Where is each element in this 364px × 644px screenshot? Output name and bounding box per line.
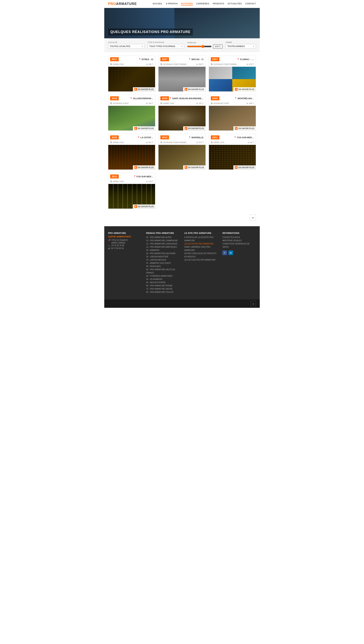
card-9-meta: 🏗 GÉNIE CIVIL ⚖ 91 T <box>209 141 256 145</box>
card-4-weight-icon: ⚖ <box>146 102 148 104</box>
footer-col2-item: 34 - LAROSA INDUSTRIE <box>146 255 180 258</box>
footer-facebook-icon[interactable]: f <box>222 250 227 255</box>
card-7-play-triangle <box>135 167 136 168</box>
card-6: 2015 📍 MONTMÉLIAN… 🏗 OUVRAGE D'ART ⚖ 430… <box>209 95 256 131</box>
card-6-tonnage-text: 430 T <box>249 102 254 104</box>
card-4-tonnage: ⚖ 184 T <box>146 102 153 104</box>
card-1-tonnage-text: 350 T <box>148 63 153 66</box>
tonnage-slider[interactable] <box>187 45 212 48</box>
ouvrage-select-wrap: TOUS TYPES D'OUVRAGE ▼ <box>148 44 184 48</box>
nav-carrieres[interactable]: CARRIÈRES <box>196 2 209 6</box>
card-6-more-btn[interactable]: EN SAVOIR PLUS <box>234 126 256 130</box>
card-2-header: 2017 📍 MÂCON - 71 <box>158 56 205 63</box>
card-3-more-btn[interactable]: EN SAVOIR PLUS <box>234 87 256 92</box>
annee-label: ANNÉE <box>226 41 256 43</box>
card-3-building-icon: 🏗 <box>211 63 213 66</box>
footer-col3-item[interactable]: FAIRE CARRIÈRE CHEZ PRO ARMATURE <box>184 246 218 252</box>
card-9-img-container: EN SAVOIR PLUS <box>209 145 256 170</box>
tonnage-range-group: 670 T <box>187 44 222 48</box>
nav-activites[interactable]: ACTIVITÉS <box>181 2 193 6</box>
card-2-type-text: OUVRAGE FONCTIONNEL <box>163 63 187 66</box>
card-6-type: 🏗 OUVRAGE D'ART <box>211 102 230 104</box>
card-6-location-text: MONTMÉLIAN… <box>238 97 254 100</box>
footer-col2-item: 49 - PROFILBOX <box>146 265 180 268</box>
card-2-weight-icon: ⚖ <box>196 63 198 66</box>
card-3-type: 🏗 OUVRAGE FONCTIONNEL <box>211 63 237 66</box>
card-7-meta: 🏗 GÉNIE CIVIL ⚖ 501 T <box>108 141 155 145</box>
card-1-img-container: EN SAVOIR PLUS <box>108 67 155 92</box>
card-5-play-icon <box>185 127 187 130</box>
card-9-type-text: GÉNIE CIVIL <box>214 142 225 144</box>
footer-col3-item[interactable]: LES ACTUALITÉS PRO ARMATURE <box>184 258 218 262</box>
card-7-type: 🏗 GÉNIE CIVIL <box>110 142 124 144</box>
card-4-play-icon <box>134 127 137 130</box>
card-8-img-container: EN SAVOIR PLUS <box>158 145 205 170</box>
card-8-year: 2013 <box>160 136 169 140</box>
footer-col4-item[interactable]: CONDITIONS GÉNÉRALES DE VENTE <box>222 242 256 248</box>
card-9-location: 📍 FOS-SUR-MER… <box>234 136 254 138</box>
footer: PRO ARMATURE CENTRE ADMINISTRATIF 📌 4 Ru… <box>104 226 260 300</box>
nav-actualites[interactable]: ACTUALITÉS <box>228 2 242 6</box>
card-3-pin-icon: 📍 <box>237 58 239 60</box>
footer-col3-items: A PROPOS DE LA SOCIÉTÉ PRO ARMATURELES A… <box>184 236 218 262</box>
logo[interactable]: PROARMATURE <box>108 2 137 6</box>
card-4-meta: 🏗 OUVRAGE D'ART ⚖ 184 T <box>108 102 155 106</box>
card-3-location: 📍 FLOIRAC - …. <box>237 58 254 60</box>
card-7-img-container: EN SAVOIR PLUS <box>108 145 155 170</box>
card-9-more-label: EN SAVOIR PLUS <box>238 166 254 168</box>
card-9-more-btn[interactable]: EN SAVOIR PLUS <box>234 165 256 170</box>
card-10-more-btn[interactable]: EN SAVOIR PLUS <box>133 204 155 208</box>
footer-col2-item: 64 - PYRÉNÉES ARMATURES <box>146 274 180 278</box>
card-4-pin-icon: 📍 <box>130 97 132 99</box>
localite-select[interactable]: TOUTES LOCALITÉS <box>108 44 144 48</box>
footer-col3-item[interactable]: LES ACTIVITÉS PRO ARMATURE <box>184 242 218 246</box>
ouvrage-select[interactable]: TOUS TYPES D'OUVRAGE <box>148 44 184 48</box>
card-5-more-btn[interactable]: EN SAVOIR PLUS <box>183 126 206 130</box>
card-2-type: 🏗 OUVRAGE FONCTIONNEL <box>160 63 187 66</box>
card-1-more-btn[interactable]: EN SAVOIR PLUS <box>133 87 155 92</box>
card-1-meta: 🏗 GÉNIE CIVIL ⚖ 350 T <box>108 63 155 67</box>
nav-produits[interactable]: PRODUITS <box>213 2 224 6</box>
footer-scroll-top-icon: ▲ <box>252 303 254 305</box>
card-8-location: 📍 MARSEILLE <box>188 136 204 138</box>
annee-select[interactable]: TOUTES ANNÉES <box>226 44 256 48</box>
footer-col3-item[interactable]: NOTRE CATALOGUE DE PRODUITS EN NÉGOCE <box>184 252 218 258</box>
card-10-year: 2011 <box>110 174 119 178</box>
footer-col4-item[interactable]: MENTIONS LÉGALES <box>222 239 256 242</box>
footer-col-2: RÉSEAU PRO ARMATURE 04 - PRO ARMATURE AL… <box>146 232 180 294</box>
card-10-type-text: GÉNIE CIVIL <box>113 180 124 182</box>
card-4-more-btn[interactable]: EN SAVOIR PLUS <box>133 126 155 130</box>
footer-col4-item[interactable]: CONTACTEZ-NOUS <box>222 236 256 239</box>
card-9-building-icon: 🏗 <box>211 142 213 144</box>
card-2: 2017 📍 MÂCON - 71 🏗 OUVRAGE FONCTIONNEL … <box>158 56 206 92</box>
card-2-more-label: EN SAVOIR PLUS <box>188 88 204 90</box>
card-5-weight-icon: ⚖ <box>196 102 198 104</box>
nav-apropos[interactable]: A PROPOS <box>166 2 178 6</box>
card-4-building-icon: 🏗 <box>110 102 112 104</box>
nav-contact[interactable]: CONTACT <box>245 2 256 6</box>
nav-accueil[interactable]: ACCUEIL <box>152 2 162 6</box>
card-5-play-triangle <box>186 128 186 129</box>
card-3-play-triangle <box>236 88 237 90</box>
cards-section: 2017 📍 ISTRES - 13 🏗 GÉNIE CIVIL ⚖ 350 T <box>104 52 260 212</box>
scroll-top-button[interactable]: ▲ <box>250 214 256 220</box>
card-4-type: 🏗 OUVRAGE D'ART <box>110 102 129 104</box>
scroll-top-area: ▲ <box>104 212 260 224</box>
card-8-weight-icon: ⚖ <box>196 142 198 144</box>
card-2-more-btn[interactable]: EN SAVOIR PLUS <box>183 87 206 92</box>
hero-title-container: QUELQUES RÉALISATIONS PRO ARMATURE <box>108 28 193 36</box>
localite-select-wrap: TOUTES LOCALITÉS ▼ <box>108 44 144 48</box>
footer-col2-item: 11 - PRO ARMATURE LANGUEDOC <box>146 242 180 246</box>
card-4-header: 2016 📍 VILLARGONDRAN… <box>108 95 155 102</box>
card-10-more-label: EN SAVOIR PLUS <box>138 206 154 208</box>
footer-linkedin-icon[interactable]: in <box>228 250 233 255</box>
card-7-more-btn[interactable]: EN SAVOIR PLUS <box>133 165 155 170</box>
footer-col1-subtitle: CENTRE ADMINISTRATIF <box>108 236 142 238</box>
card-4-location: 📍 VILLARGONDRAN… <box>130 97 153 100</box>
footer-col1-title: PRO ARMATURE <box>108 232 142 234</box>
card-8-more-btn[interactable]: EN SAVOIR PLUS <box>183 165 206 170</box>
card-5-more-label: EN SAVOIR PLUS <box>188 128 204 130</box>
footer-scroll-top-button[interactable]: ▲ <box>251 301 256 306</box>
card-9-pin-icon: 📍 <box>234 136 236 138</box>
footer-col3-item[interactable]: A PROPOS DE LA SOCIÉTÉ PRO ARMATURE <box>184 236 218 242</box>
